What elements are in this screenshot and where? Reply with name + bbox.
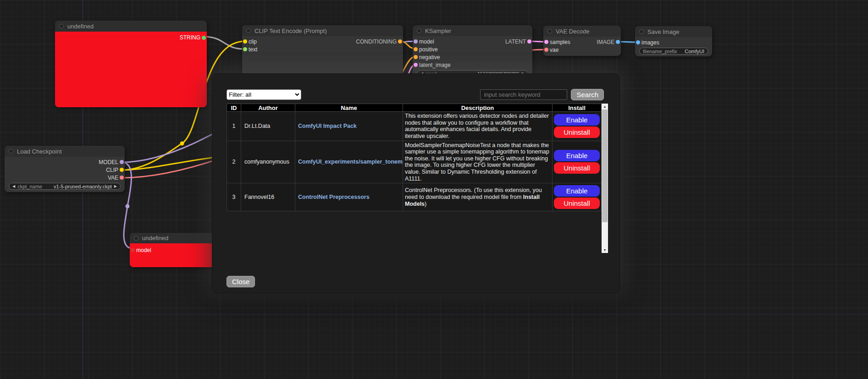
output-slot-vae[interactable]: VAE	[108, 174, 125, 181]
extension-install-cell: EnableUninstall	[553, 141, 602, 183]
node-graph-canvas[interactable]: undefined STRING CLIP Text Encode (Promp…	[0, 0, 868, 379]
collapse-dot-icon[interactable]	[547, 29, 552, 33]
scrollbar-thumb[interactable]	[602, 110, 608, 222]
node-title: VAE Decode	[556, 28, 589, 35]
extension-author-cell: Fannovel16	[241, 183, 295, 211]
collapse-dot-icon[interactable]	[134, 236, 138, 241]
ckpt-name-widget[interactable]: ◀ ckpt_name v1-5-pruned-emaonly.ckpt ▶	[9, 183, 121, 190]
uninstall-button[interactable]: Uninstall	[554, 126, 600, 138]
scroll-up-icon[interactable]: ▲	[602, 104, 608, 110]
collapse-dot-icon[interactable]	[246, 28, 251, 33]
search-input[interactable]	[480, 89, 567, 100]
slot-dot-icon[interactable]	[243, 47, 247, 51]
filter-select[interactable]: Filter: all	[227, 89, 301, 100]
extension-name-cell: ComfyUI Impact Pack	[295, 112, 403, 141]
input-slot-samples[interactable]: samples	[543, 38, 570, 46]
collapse-dot-icon[interactable]	[417, 28, 421, 33]
extension-name-cell: ControlNet Preprocessors	[295, 183, 403, 211]
node-header[interactable]: VAE Decode	[543, 26, 621, 37]
output-slot-model[interactable]: MODEL	[99, 158, 125, 166]
column-header: ID	[227, 104, 241, 112]
node-header[interactable]: undefined	[55, 21, 207, 32]
slot-dot-icon[interactable]	[414, 39, 418, 44]
slot-dot-icon[interactable]	[131, 248, 135, 252]
slot-dot-icon[interactable]	[544, 40, 548, 44]
filename-prefix-widget[interactable]: filename_prefix ComfyUI	[639, 48, 708, 55]
widget-label: ckpt_name	[17, 184, 42, 189]
node-title: KSampler	[425, 27, 451, 34]
node-header[interactable]: Save Image	[635, 26, 712, 37]
input-slot-images[interactable]: images	[635, 38, 712, 46]
extension-author-cell: Dr.Lt.Data	[241, 112, 295, 141]
column-header: Name	[295, 104, 403, 112]
extension-name-cell: ComfyUI_experiments/sampler_tonemap	[295, 141, 403, 183]
output-slot-conditioning[interactable]: CONDITIONING	[356, 38, 403, 45]
custom-nodes-manager-dialog: Filter: all Search IDAuthorNameDescripti…	[212, 73, 620, 293]
slot-dot-icon[interactable]	[616, 40, 620, 44]
slot-dot-icon[interactable]	[414, 55, 418, 59]
input-slot-latent-image[interactable]: latent_image	[413, 61, 532, 69]
extension-row: 2comfyanonymousComfyUI_experiments/sampl…	[227, 141, 602, 183]
table-scrollbar[interactable]: ▲ ▼	[602, 104, 608, 253]
slot-dot-icon[interactable]	[414, 47, 418, 51]
node-header[interactable]: CLIP Text Encode (Prompt)	[242, 25, 403, 36]
extension-name-link[interactable]: ComfyUI Impact Pack	[298, 123, 357, 129]
slot-dot-icon[interactable]	[414, 63, 418, 67]
node-save-image[interactable]: Save Image images filename_prefix ComfyU…	[635, 26, 712, 56]
node-vae-decode[interactable]: VAE Decode samples IMAGE vae	[543, 26, 621, 56]
widget-label: filename_prefix	[643, 49, 677, 54]
column-header: Author	[241, 104, 295, 112]
widget-value: ComfyUI	[685, 49, 704, 54]
close-button[interactable]: Close	[227, 276, 255, 287]
slot-dot-icon[interactable]	[243, 39, 247, 44]
extension-id-cell: 1	[227, 112, 241, 141]
extension-description-cell: ModelSamplerTonemapNoiseTest a node that…	[403, 141, 553, 183]
extension-install-cell: EnableUninstall	[553, 112, 602, 141]
slot-dot-icon[interactable]	[120, 176, 124, 180]
output-slot-latent[interactable]: LATENT	[505, 38, 532, 45]
increment-arrow-icon[interactable]: ▶	[114, 185, 117, 188]
slot-dot-icon[interactable]	[636, 40, 640, 44]
node-header[interactable]: KSampler	[413, 25, 532, 36]
slot-dot-icon[interactable]	[527, 39, 531, 44]
enable-button[interactable]: Enable	[554, 185, 600, 197]
extensions-table-area: IDAuthorNameDescriptionInstall 1Dr.Lt.Da…	[227, 104, 608, 253]
link-midpoint-dot	[180, 142, 184, 146]
input-slot-clip[interactable]: clip	[242, 38, 257, 45]
uninstall-button[interactable]: Uninstall	[554, 198, 600, 209]
input-slot-negative[interactable]: negative	[413, 53, 532, 61]
collapse-dot-icon[interactable]	[639, 29, 644, 34]
decrement-arrow-icon[interactable]: ◀	[12, 185, 15, 188]
search-button[interactable]: Search	[571, 89, 604, 100]
scroll-down-icon[interactable]: ▼	[602, 247, 608, 253]
enable-button[interactable]: Enable	[554, 114, 600, 126]
slot-dot-icon[interactable]	[544, 48, 548, 52]
slot-dot-icon[interactable]	[120, 160, 124, 164]
output-slot-string[interactable]: STRING	[180, 34, 207, 42]
output-slot-image[interactable]: IMAGE	[597, 38, 621, 46]
extension-row: 1Dr.Lt.DataComfyUI Impact PackThis exten…	[227, 112, 602, 141]
slot-dot-icon[interactable]	[202, 36, 206, 40]
widget-value: v1-5-pruned-emaonly.ckpt	[54, 184, 112, 189]
input-slot-text[interactable]: text	[242, 45, 403, 53]
slot-dot-icon[interactable]	[120, 168, 124, 172]
collapse-dot-icon[interactable]	[59, 24, 64, 28]
node-undefined-top[interactable]: undefined STRING	[55, 21, 207, 107]
node-load-checkpoint[interactable]: Load Checkpoint MODEL CLIP VAE	[5, 146, 125, 192]
collapse-dot-icon[interactable]	[9, 149, 13, 154]
input-slot-model[interactable]: model	[413, 38, 434, 45]
output-slot-clip[interactable]: CLIP	[106, 166, 125, 174]
extension-description-cell: This extension offers various detector n…	[403, 112, 553, 141]
extension-name-link[interactable]: ControlNet Preprocessors	[298, 194, 370, 200]
extension-name-link[interactable]: ComfyUI_experiments/sampler_tonemap	[298, 159, 403, 165]
node-title: undefined	[142, 235, 168, 242]
input-slot-vae[interactable]: vae	[543, 46, 621, 54]
uninstall-button[interactable]: Uninstall	[554, 162, 600, 174]
slot-dot-icon[interactable]	[398, 39, 402, 44]
input-slot-positive[interactable]: positive	[413, 45, 532, 53]
extension-row: 3Fannovel16ControlNet PreprocessorsContr…	[227, 183, 602, 211]
enable-button[interactable]: Enable	[554, 150, 600, 161]
column-header: Install	[553, 104, 602, 112]
extension-table-body: 1Dr.Lt.DataComfyUI Impact PackThis exten…	[227, 112, 602, 211]
node-header[interactable]: Load Checkpoint	[5, 146, 125, 157]
